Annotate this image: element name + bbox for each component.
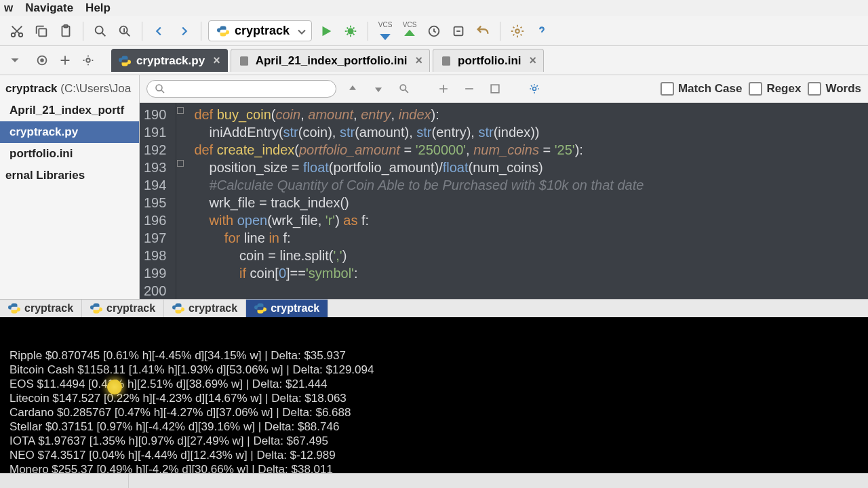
back-icon[interactable] [149,21,170,41]
file-icon [238,55,250,67]
svg-point-17 [400,85,406,90]
run-config-label: cryptrack [235,24,290,38]
svg-point-16 [156,85,162,91]
close-icon[interactable]: × [213,54,220,68]
svg-rect-2 [39,28,46,36]
svg-point-1 [19,33,23,37]
menu-window[interactable]: w [4,1,13,15]
console-line: Ripple $0.870745 [0.61% h][-4.45% d][34.… [9,348,859,363]
editor-tab[interactable]: portfolio.ini× [433,49,544,72]
console-line: Cardano $0.285767 [0.47% h][-4.27% d][37… [9,405,859,420]
console-line: Monero $255.37 [0.49% h][-4.2% d][30.66%… [9,462,859,473]
help-icon[interactable] [532,21,552,41]
copy-icon[interactable] [31,21,52,41]
console-line: Litecoin $147.527 [0.22% h][-4.23% d][14… [9,391,859,405]
svg-rect-18 [491,85,499,93]
project-file[interactable]: April_21_index_portf [0,100,139,121]
python-icon [119,55,131,67]
svg-point-13 [86,58,90,62]
main-toolbar: cryptrack VCS VCS [0,16,868,46]
prev-match-icon[interactable] [343,79,362,98]
run-tab[interactable]: cryptrack [82,300,164,317]
undo-icon[interactable] [473,21,493,41]
external-libraries[interactable]: ernal Libraries [0,165,139,186]
dropdown-icon[interactable] [5,51,24,70]
cut-icon[interactable] [7,21,27,41]
close-icon[interactable]: × [416,54,423,68]
run-tab[interactable]: cryptrack [0,300,82,317]
project-sidebar: cryptrack (C:\Users\Joa April_21_index_p… [0,75,140,299]
console-line: NEO $74.3517 [0.04% h][-4.44% d][12.43% … [9,448,859,462]
next-match-icon[interactable] [369,79,388,98]
project-file[interactable]: portfolio.ini [0,143,139,165]
svg-point-12 [41,59,43,62]
vcs-revert-icon[interactable] [448,21,469,41]
python-icon [217,25,229,37]
svg-point-7 [347,28,353,34]
secondary-toolbar: cryptrack.py×April_21_index_portfolio.in… [0,46,868,75]
status-bar [0,473,868,488]
settings-icon[interactable] [507,21,528,41]
editor-tab[interactable]: cryptrack.py× [111,49,228,72]
add-selection-icon[interactable] [434,79,453,98]
target-icon[interactable] [33,51,52,70]
select-all-icon[interactable] [486,79,505,98]
python-icon [8,302,20,314]
replace-icon[interactable] [115,21,135,41]
forward-icon[interactable] [174,21,194,41]
remove-selection-icon[interactable] [460,79,479,98]
find-all-icon[interactable] [395,79,414,98]
run-tool-tabs: cryptrackcryptrackcryptrackcryptrack [0,299,868,317]
fold-column [176,103,186,299]
search-icon [154,83,166,95]
run-icon[interactable] [316,21,336,41]
file-icon [440,55,452,67]
editor-tabs: cryptrack.py×April_21_index_portfolio.in… [111,49,544,72]
project-root[interactable]: cryptrack (C:\Users\Joa [0,78,139,100]
run-tab-label: cryptrack [24,302,73,314]
close-icon[interactable]: × [530,54,537,68]
vcs-update-icon[interactable]: VCS [375,21,395,41]
debug-icon[interactable] [340,21,361,41]
svg-point-19 [533,87,536,91]
svg-point-10 [515,29,519,33]
run-console[interactable]: Ripple $0.870745 [0.61% h][-4.45% d][34.… [0,317,868,473]
vcs-history-icon[interactable] [424,21,444,41]
menu-navigate[interactable]: Navigate [25,1,73,15]
svg-point-5 [96,26,103,33]
svg-rect-15 [442,56,450,66]
python-icon [90,302,102,314]
run-tab[interactable]: cryptrack [164,300,246,317]
vcs-commit-icon[interactable]: VCS [399,21,420,41]
code-editor[interactable]: 190191192193194195196197198199200 def bu… [140,103,868,299]
code-content[interactable]: def buy_coin(coin, amount, entry, index)… [186,103,652,299]
find-icon[interactable] [90,21,111,41]
console-line: IOTA $1.97637 [1.35% h][0.97% d][27.49% … [9,434,859,448]
project-file[interactable]: cryptrack.py [0,121,139,143]
console-line: EOS $11.4494 [0.41% h][2.51% d][38.69% w… [9,377,859,391]
words-checkbox[interactable]: Words [808,82,861,96]
paste-icon[interactable] [56,21,76,41]
gear-icon[interactable] [79,51,98,70]
run-tab[interactable]: cryptrack [246,300,328,317]
svg-rect-14 [240,56,248,66]
console-line: Stellar $0.37151 [0.97% h][-4.42% d][39.… [9,420,859,434]
collapse-icon[interactable] [56,51,75,70]
filter-settings-icon[interactable] [525,79,544,98]
tab-label: cryptrack.py [136,54,205,68]
tab-label: portfolio.ini [458,54,521,68]
editor-tab[interactable]: April_21_index_portfolio.ini× [231,49,430,72]
menu-help[interactable]: Help [85,1,111,15]
search-input[interactable] [166,83,329,95]
find-toolbar: Match Case Regex Words [140,75,868,103]
run-config-selector[interactable]: cryptrack [208,20,312,41]
run-tab-label: cryptrack [271,302,319,314]
python-icon [172,302,184,314]
menubar: w Navigate Help [0,0,868,16]
match-case-checkbox[interactable]: Match Case [660,82,742,96]
chevron-down-icon [298,24,306,38]
regex-checkbox[interactable]: Regex [749,82,801,96]
search-input-wrapper [146,80,336,98]
console-line: Bitcoin Cash $1158.11 [1.41% h][1.93% d]… [9,363,859,377]
svg-point-0 [12,33,16,37]
